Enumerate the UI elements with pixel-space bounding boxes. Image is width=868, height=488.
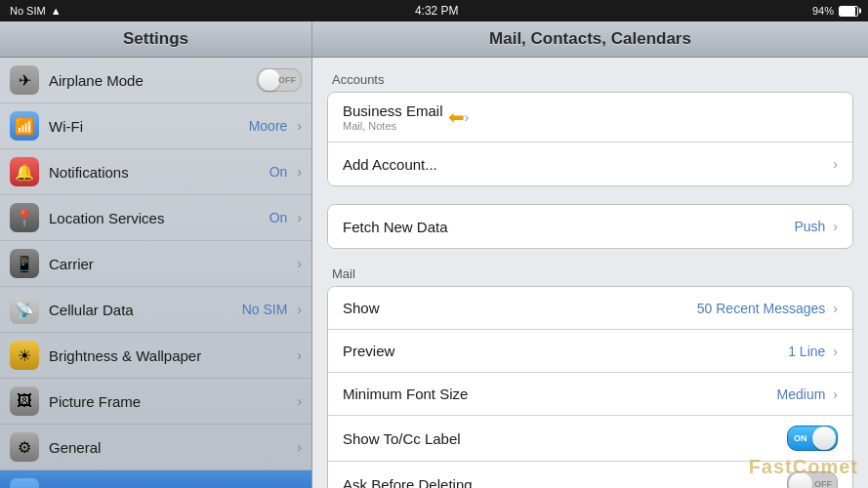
wifi-icon: ▲ xyxy=(51,5,62,17)
show-to-cc-toggle[interactable] xyxy=(787,426,838,451)
sidebar-item-mail-contacts-calendars[interactable]: ✉ Mail, Contacts, Calendars › xyxy=(0,470,311,488)
sidebar: Settings ✈ Airplane Mode 📶 Wi-Fi Moore ›… xyxy=(0,21,312,488)
fetch-new-data-label: Fetch New Data xyxy=(343,219,794,235)
picture-frame-chevron: › xyxy=(297,393,302,409)
battery-icon xyxy=(839,6,858,17)
picture-frame-icon: 🖼 xyxy=(10,386,39,416)
min-font-size-label: Minimum Font Size xyxy=(343,386,777,402)
mail-label: Mail, Contacts, Calendars xyxy=(49,485,292,489)
business-email-row[interactable]: Business Email Mail, Notes ⬅ › xyxy=(328,93,852,142)
carrier-label-item: Carrier xyxy=(49,256,292,272)
main-content: Mail, Contacts, Calendars Accounts Busin… xyxy=(312,21,868,488)
preview-row[interactable]: Preview 1 Line › xyxy=(328,330,852,373)
status-bar: No SIM ▲ 4:32 PM 94% xyxy=(0,0,868,21)
main-title: Mail, Contacts, Calendars xyxy=(489,29,691,48)
cellular-data-label: Cellular Data xyxy=(49,302,242,318)
notifications-label: Notifications xyxy=(49,164,269,181)
carrier-label: No SIM xyxy=(10,5,46,17)
sidebar-items: ✈ Airplane Mode 📶 Wi-Fi Moore › 🔔 Notifi… xyxy=(0,58,311,488)
show-label: Show xyxy=(343,300,697,316)
location-services-label: Location Services xyxy=(49,210,269,226)
battery-percent: 94% xyxy=(812,5,834,17)
app-container: Settings ✈ Airplane Mode 📶 Wi-Fi Moore ›… xyxy=(0,21,868,488)
min-font-size-value: Medium xyxy=(777,386,826,402)
cellular-data-icon: 📡 xyxy=(10,295,39,324)
show-to-cc-label: Show To/Cc Label xyxy=(343,430,787,447)
add-account-label: Add Account... xyxy=(343,156,833,173)
sidebar-header: Settings xyxy=(0,21,311,58)
cellular-data-value: No SIM xyxy=(242,302,288,317)
sidebar-item-general[interactable]: ⚙ General › xyxy=(0,425,311,470)
accounts-group: Business Email Mail, Notes ⬅ › Add Accou… xyxy=(327,92,853,186)
general-label: General xyxy=(49,439,292,456)
show-row[interactable]: Show 50 Recent Messages › xyxy=(328,287,852,330)
business-email-info: Business Email Mail, Notes xyxy=(343,102,443,132)
fetch-new-data-row[interactable]: Fetch New Data Push › xyxy=(328,205,852,248)
main-scroll: Accounts Business Email Mail, Notes ⬅ › … xyxy=(312,58,868,488)
main-header: Mail, Contacts, Calendars xyxy=(312,21,868,58)
wifi-value: Moore xyxy=(249,118,288,134)
min-font-size-row[interactable]: Minimum Font Size Medium › xyxy=(328,373,852,416)
notifications-chevron: › xyxy=(297,164,302,180)
fetch-new-data-value: Push xyxy=(794,219,825,234)
show-to-cc-row[interactable]: Show To/Cc Label xyxy=(328,416,852,462)
location-services-icon: 📍 xyxy=(10,203,39,232)
wifi-label: Wi-Fi xyxy=(49,118,249,135)
sidebar-item-location-services[interactable]: 📍 Location Services On › xyxy=(0,195,311,241)
business-email-label: Business Email xyxy=(343,102,443,119)
add-account-chevron: › xyxy=(833,156,838,172)
sidebar-item-wifi[interactable]: 📶 Wi-Fi Moore › xyxy=(0,103,311,149)
fetch-new-data-chevron: › xyxy=(833,219,838,234)
location-services-chevron: › xyxy=(297,210,302,225)
picture-frame-label: Picture Frame xyxy=(49,393,292,410)
add-account-row[interactable]: Add Account... › xyxy=(328,142,852,185)
carrier-chevron: › xyxy=(297,256,302,271)
show-chevron: › xyxy=(833,301,838,316)
carrier-icon: 📱 xyxy=(10,249,39,278)
ask-before-deleting-label: Ask Before Deleting xyxy=(343,476,787,489)
general-icon: ⚙ xyxy=(10,432,39,462)
arrow-indicator: ⬅ xyxy=(448,105,465,129)
fetch-group: Fetch New Data Push › xyxy=(327,204,853,249)
wifi-chevron: › xyxy=(297,118,302,134)
brightness-label: Brightness & Wallpaper xyxy=(49,347,292,364)
brightness-icon: ☀ xyxy=(10,341,39,370)
notifications-value: On xyxy=(269,164,288,180)
sidebar-item-cellular-data[interactable]: 📡 Cellular Data No SIM › xyxy=(0,287,311,333)
accounts-section-label: Accounts xyxy=(327,72,853,87)
preview-value: 1 Line xyxy=(788,344,825,359)
min-font-size-chevron: › xyxy=(833,386,838,402)
wifi-icon: 📶 xyxy=(10,111,39,141)
watermark: FastComet xyxy=(749,456,858,478)
general-chevron: › xyxy=(297,439,302,455)
preview-label: Preview xyxy=(343,343,788,359)
status-time: 4:32 PM xyxy=(415,4,459,18)
airplane-mode-icon: ✈ xyxy=(10,65,39,95)
sidebar-title: Settings xyxy=(123,29,188,48)
sidebar-item-picture-frame[interactable]: 🖼 Picture Frame › xyxy=(0,379,311,425)
mail-section-label: Mail xyxy=(327,266,853,281)
sidebar-item-notifications[interactable]: 🔔 Notifications On › xyxy=(0,149,311,195)
location-services-value: On xyxy=(269,210,288,225)
airplane-mode-label: Airplane Mode xyxy=(49,72,257,89)
status-right: 94% xyxy=(812,5,858,17)
show-value: 50 Recent Messages xyxy=(697,301,826,316)
brightness-chevron: › xyxy=(297,347,302,363)
preview-chevron: › xyxy=(833,344,838,359)
business-email-chevron: › xyxy=(465,109,470,125)
cellular-data-chevron: › xyxy=(297,302,302,317)
notifications-icon: 🔔 xyxy=(10,157,39,186)
sidebar-item-airplane-mode[interactable]: ✈ Airplane Mode xyxy=(0,58,311,103)
mail-icon: ✉ xyxy=(10,478,39,488)
airplane-mode-toggle[interactable] xyxy=(257,68,302,92)
sidebar-item-carrier[interactable]: 📱 Carrier › xyxy=(0,241,311,287)
business-email-subtitle: Mail, Notes xyxy=(343,120,443,132)
sidebar-item-brightness-wallpaper[interactable]: ☀ Brightness & Wallpaper › xyxy=(0,333,311,379)
status-left: No SIM ▲ xyxy=(10,5,62,17)
